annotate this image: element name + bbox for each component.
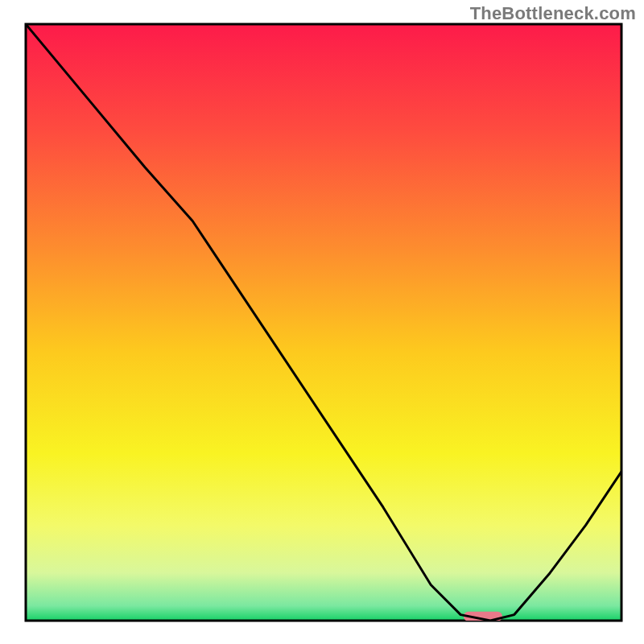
watermark-text: TheBottleneck.com xyxy=(470,3,636,24)
bottleneck-chart xyxy=(0,0,644,644)
heat-gradient-background xyxy=(26,24,621,621)
chart-container: { "watermark": "TheBottleneck.com", "cha… xyxy=(0,0,644,644)
